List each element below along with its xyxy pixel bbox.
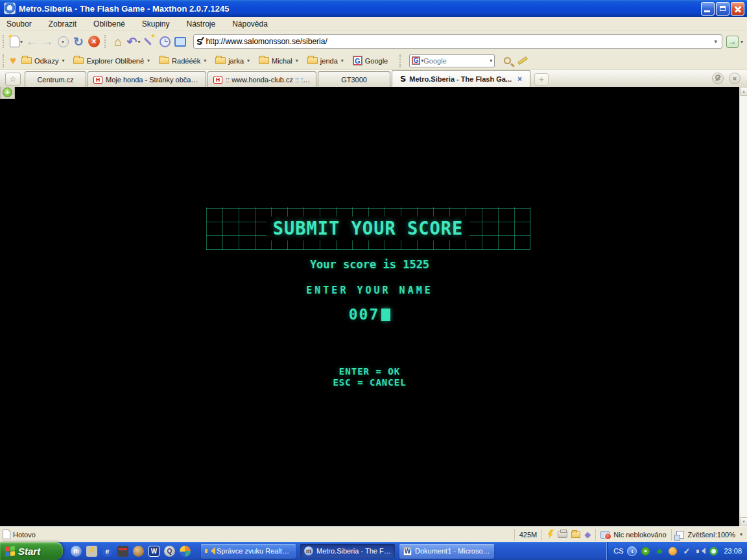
downloads-folder-icon[interactable]: [571, 531, 580, 538]
tray-messenger-icon[interactable]: [668, 546, 678, 556]
menu-zobrazit[interactable]: Zobrazit: [49, 19, 77, 29]
zoom-control[interactable]: Zvětšení:100% ▾: [671, 529, 747, 541]
search-history-dropdown-icon[interactable]: ▾: [490, 58, 492, 64]
window-titlebar[interactable]: Metro.Siberia - The Flash Game - Maxthon…: [0, 0, 747, 17]
fav-folder-radeeek[interactable]: Radééék▾: [159, 57, 206, 65]
menu-skupiny[interactable]: Skupiny: [142, 19, 170, 29]
task-word-document[interactable]: W Dokument1 - Microsof...: [399, 544, 494, 559]
google-search-box[interactable]: G ▾ ▾: [409, 54, 495, 67]
quicklaunch-winamp-icon[interactable]: [86, 546, 97, 557]
hint-esc-cancel: ESC = CANCEL: [0, 377, 739, 388]
maxthon-app-icon: [4, 3, 16, 14]
hide-icons-chevron[interactable]: ‹: [627, 546, 637, 556]
folder-icon: [259, 57, 269, 64]
tray-antivirus-icon[interactable]: [709, 546, 718, 556]
tab-tools-button[interactable]: [712, 73, 724, 84]
folder-icon: [307, 57, 318, 64]
fav-link-google[interactable]: GGoogle: [353, 56, 388, 65]
go-button[interactable]: →: [726, 36, 739, 48]
plus-icon: +: [3, 88, 12, 97]
fav-folder-odkazy[interactable]: Odkazy▾: [21, 57, 64, 65]
page-status-icon: [3, 530, 10, 539]
close-button[interactable]: [731, 2, 744, 16]
name-entry-field[interactable]: 007: [0, 306, 739, 323]
url-text[interactable]: http://www.salomonsson.se/siberia/: [206, 37, 712, 46]
start-button[interactable]: Start: [0, 542, 63, 560]
printer-icon[interactable]: [558, 531, 567, 538]
maxthon-task-icon: m: [304, 546, 313, 555]
menu-soubor[interactable]: Soubor: [6, 19, 32, 29]
quicklaunch-mail-icon[interactable]: [133, 546, 144, 557]
tab-honda-club[interactable]: H :: www.honda-club.cz :: :: Fórum: [208, 71, 316, 87]
quicklaunch-word-icon[interactable]: W: [148, 546, 160, 557]
search-engine-icon[interactable]: G: [412, 56, 420, 65]
tab-moje-honda[interactable]: H Moje honda - Stránky občanskéh...: [88, 71, 206, 87]
toolbar-separator: [104, 35, 108, 48]
fav-folder-explorer-oblibene[interactable]: Explorer Oblíbené▾: [73, 57, 150, 65]
viewer-panel-button[interactable]: [172, 33, 188, 50]
tray-update-check-icon[interactable]: ✓: [682, 546, 691, 556]
new-tab-button[interactable]: +: [534, 73, 549, 86]
menu-nastroje[interactable]: Nástroje: [186, 19, 215, 29]
highlighter-icon[interactable]: [517, 56, 528, 65]
menu-oblibene[interactable]: Oblíbené: [93, 19, 125, 29]
undo-button[interactable]: ↶▾: [126, 33, 141, 50]
task-realtek[interactable]: Správce zvuku Realte...: [201, 544, 296, 559]
quicklaunch-audio-manager-icon[interactable]: [117, 546, 128, 557]
refresh-button[interactable]: ↻: [71, 33, 86, 50]
new-page-button[interactable]: ▾: [8, 33, 24, 50]
close-tab-button[interactable]: ×: [729, 73, 741, 84]
tab-gt3000[interactable]: GT3000: [318, 71, 390, 87]
quicklaunch-quicktime-icon[interactable]: Q: [164, 546, 175, 557]
boost-icon[interactable]: [547, 530, 554, 539]
ad-hunter-button[interactable]: +: [0, 87, 15, 99]
go-dropdown-icon[interactable]: ▾: [741, 39, 743, 45]
scroll-up-button[interactable]: ▲: [740, 87, 747, 96]
restore-button[interactable]: [716, 2, 729, 16]
forward-button[interactable]: →: [40, 33, 55, 50]
home-button[interactable]: ⌂: [110, 33, 126, 50]
tray-clover-icon[interactable]: ♣: [654, 546, 664, 556]
favorites-star-button[interactable]: ☆: [5, 73, 21, 86]
magic-wand-button[interactable]: [141, 33, 157, 50]
search-icon[interactable]: [504, 57, 511, 64]
search-input[interactable]: [423, 57, 489, 65]
searchbar-grip: [399, 54, 403, 67]
quicklaunch-maxthon-icon[interactable]: m: [71, 546, 82, 557]
hint-enter-ok: ENTER = OK: [0, 366, 739, 377]
fav-folder-jenda[interactable]: jenda▾: [307, 57, 344, 65]
tray-flower-icon[interactable]: [641, 546, 650, 556]
site-favicon: S: [196, 37, 202, 47]
scroll-down-button[interactable]: ▼: [740, 517, 747, 526]
tray-volume-icon[interactable]: [695, 546, 705, 556]
address-dropdown-icon[interactable]: ▾: [712, 38, 719, 45]
toolbar-grip: [3, 35, 6, 48]
quicklaunch-browser-icon[interactable]: e: [102, 546, 113, 557]
popup-blocker-status[interactable]: Nic neblokováno: [595, 529, 670, 541]
navigation-toolbar: ▾ ← → ▾ ↻ × ⌂ ↶▾ S http://www.salomonsso…: [0, 31, 747, 52]
address-bar[interactable]: S http://www.salomonsson.se/siberia/ ▾: [193, 34, 722, 49]
minimize-button[interactable]: [701, 2, 715, 16]
tab-close-icon[interactable]: ×: [517, 75, 522, 84]
tab-centrum[interactable]: Centrum.cz: [25, 71, 86, 87]
history-dropdown-button[interactable]: ▾: [55, 33, 71, 50]
stop-button[interactable]: ×: [86, 33, 102, 50]
plugin-diamond-icon[interactable]: ◆: [584, 530, 591, 539]
fav-folder-jarka[interactable]: jarka▾: [215, 57, 250, 65]
zoom-dropdown-icon[interactable]: ▾: [740, 531, 742, 537]
task-metro-siberia[interactable]: m Metro.Siberia - The Fl...: [300, 544, 395, 559]
back-button[interactable]: ←: [24, 33, 40, 50]
quick-launch-bar: m e W Q: [63, 546, 197, 557]
speaker-icon: [205, 547, 213, 555]
quicklaunch-media-player-icon[interactable]: [180, 546, 191, 557]
name-prompt: ENTER YOUR NAME: [0, 285, 739, 296]
window-title: Metro.Siberia - The Flash Game - Maxthon…: [19, 4, 701, 14]
vertical-scrollbar[interactable]: ▲ ▼: [739, 87, 747, 526]
menu-napoveda[interactable]: Nápověda: [232, 19, 268, 29]
favorites-heart-icon[interactable]: ♥: [10, 54, 16, 67]
flash-game-screen[interactable]: SUBMIT YOUR SCORE Your score is 1525 ENT…: [0, 87, 739, 526]
language-indicator[interactable]: CS: [613, 547, 623, 555]
history-clock-button[interactable]: [157, 33, 172, 50]
fav-folder-michal[interactable]: Michal▾: [259, 57, 298, 65]
tab-metro-siberia[interactable]: S Metro.Siberia - The Flash Ga... ×: [392, 70, 530, 87]
